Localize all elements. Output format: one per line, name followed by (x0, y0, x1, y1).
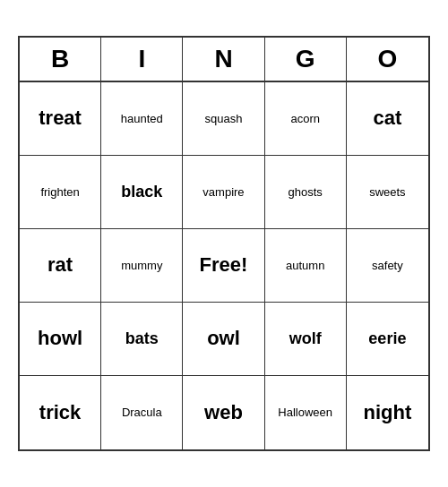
bingo-cell-r3-c3: wolf (265, 303, 347, 376)
bingo-cell-r3-c4: eerie (347, 303, 428, 376)
bingo-cell-text-r1-c0: frighten (40, 185, 79, 200)
bingo-header: BINGO (20, 38, 428, 82)
bingo-grid: treathauntedsquashacorncatfrightenblackv… (20, 82, 428, 449)
bingo-cell-text-r1-c3: ghosts (289, 185, 323, 200)
bingo-cell-text-r4-c0: trick (39, 401, 81, 424)
bingo-cell-r4-c4: night (347, 376, 428, 449)
bingo-cell-r0-c3: acorn (265, 82, 347, 156)
bingo-cell-text-r2-c1: mummy (121, 259, 162, 273)
header-letter-N: N (183, 38, 264, 81)
bingo-cell-text-r2-c0: rat (47, 253, 73, 277)
bingo-cell-r2-c2: Free! (183, 229, 264, 303)
bingo-cell-r3-c1: bats (101, 303, 183, 376)
bingo-cell-text-r3-c4: eerie (368, 329, 406, 349)
bingo-cell-text-r2-c2: Free! (200, 253, 248, 277)
bingo-cell-r2-c4: safety (347, 229, 428, 303)
bingo-cell-text-r0-c1: haunted (121, 112, 163, 126)
header-letter-I: I (101, 38, 183, 81)
bingo-cell-text-r1-c1: black (121, 183, 162, 202)
bingo-cell-r1-c1: black (101, 156, 183, 229)
header-letter-B: B (20, 38, 101, 81)
bingo-cell-text-r4-c2: web (204, 401, 243, 424)
bingo-cell-r0-c2: squash (183, 82, 264, 156)
bingo-cell-r1-c3: ghosts (265, 156, 347, 229)
bingo-cell-text-r1-c2: vampire (202, 185, 244, 200)
bingo-cell-r0-c0: treat (20, 82, 101, 156)
bingo-cell-r3-c0: howl (20, 303, 101, 376)
bingo-cell-text-r0-c0: treat (39, 107, 82, 130)
bingo-cell-r1-c0: frighten (20, 156, 101, 229)
bingo-cell-r4-c1: Dracula (101, 376, 183, 449)
bingo-cell-r1-c2: vampire (183, 156, 264, 229)
bingo-cell-r4-c0: trick (20, 376, 101, 449)
bingo-cell-r2-c0: rat (20, 229, 101, 303)
bingo-cell-r0-c4: cat (347, 82, 428, 156)
bingo-cell-text-r4-c1: Dracula (122, 406, 162, 420)
bingo-card: BINGO treathauntedsquashacorncatfrighten… (18, 36, 430, 451)
bingo-cell-text-r3-c2: owl (207, 327, 240, 350)
bingo-cell-text-r2-c3: autumn (286, 259, 324, 273)
bingo-cell-text-r3-c1: bats (125, 329, 159, 349)
bingo-cell-r2-c3: autumn (265, 229, 347, 303)
bingo-cell-text-r3-c3: wolf (289, 329, 322, 349)
bingo-cell-text-r0-c4: cat (373, 107, 401, 130)
bingo-cell-r4-c3: Halloween (265, 376, 347, 449)
bingo-cell-r1-c4: sweets (347, 156, 428, 229)
bingo-cell-text-r4-c3: Halloween (278, 406, 332, 420)
header-letter-G: G (265, 38, 347, 81)
bingo-cell-r3-c2: owl (183, 303, 264, 376)
bingo-cell-text-r3-c0: howl (38, 327, 82, 350)
bingo-cell-text-r1-c4: sweets (369, 185, 405, 200)
bingo-cell-text-r4-c4: night (364, 401, 412, 424)
bingo-cell-r0-c1: haunted (101, 82, 183, 156)
bingo-cell-r4-c2: web (183, 376, 264, 449)
bingo-cell-text-r2-c4: safety (372, 259, 403, 273)
header-letter-O: O (347, 38, 428, 81)
bingo-cell-text-r0-c3: acorn (290, 112, 320, 126)
bingo-cell-r2-c1: mummy (101, 229, 183, 303)
bingo-cell-text-r0-c2: squash (205, 112, 243, 126)
